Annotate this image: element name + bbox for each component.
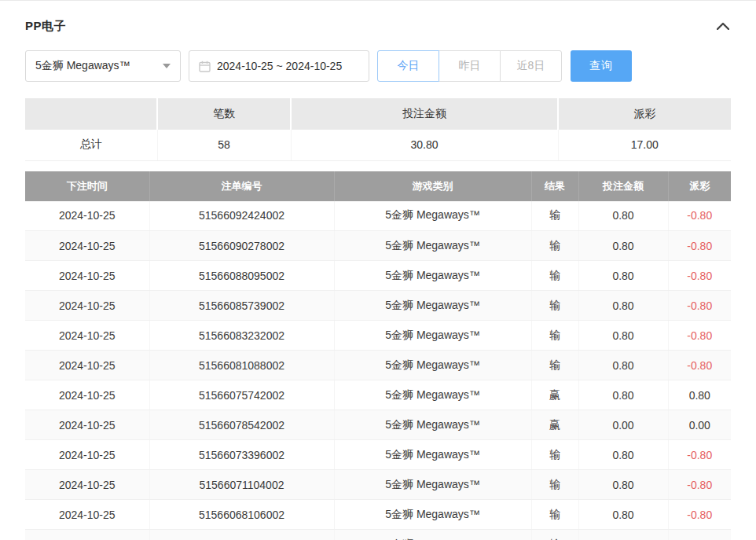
table-row: 2024-10-25 51566088095002 5金狮 Megaways™ … [25,261,731,291]
bet-date: 2024-10-25 [25,380,149,410]
table-row: 2024-10-25 51566065939002 5金狮 Megaways™ … [25,530,731,540]
bet-result: 输 [531,261,578,291]
summary-header-payout: 派彩 [558,98,731,130]
order-id: 51566078542002 [149,410,334,440]
bet-amount: 0.80 [578,261,668,291]
order-id: 51566092424002 [149,201,334,231]
summary-total-count: 58 [157,130,291,160]
game-type: 5金狮 Megaways™ [334,201,531,231]
header-game-type: 游戏类别 [334,171,531,201]
table-row: 2024-10-25 51566081088002 5金狮 Megaways™ … [25,351,731,380]
bet-amount: 0.80 [578,380,668,410]
order-id: 51566065939002 [149,530,334,540]
bet-amount: 0.80 [578,351,668,380]
chevron-up-icon [717,22,729,30]
bet-date: 2024-10-25 [25,410,149,440]
bet-amount: 0.80 [578,291,668,321]
game-type: 5金狮 Megaways™ [334,380,531,410]
game-type: 5金狮 Megaways™ [334,410,531,440]
game-type: 5金狮 Megaways™ [334,231,531,261]
page-title: PP电子 [25,19,66,34]
bet-payout: -0.80 [668,530,731,540]
bet-amount: 0.80 [578,231,668,261]
bet-date: 2024-10-25 [25,440,149,470]
bet-date: 2024-10-25 [25,261,149,291]
collapse-button[interactable] [715,18,731,34]
bet-payout: -0.80 [668,321,731,351]
order-id: 51566075742002 [149,380,334,410]
summary-table: 笔数 投注金额 派彩 总计 58 30.80 17.00 [25,98,731,161]
report-panel: PP电子 5金狮 Megaways™ 2024-10-25 ~ 2024-10-… [0,0,756,540]
summary-header-bet-amount: 投注金额 [291,98,558,130]
last-8-days-button[interactable]: 近8日 [500,50,562,82]
bet-result: 输 [531,440,578,470]
bet-result: 输 [531,470,578,500]
table-row: 2024-10-25 51566071104002 5金狮 Megaways™ … [25,470,731,500]
bet-result: 输 [531,500,578,530]
bet-payout: 0.80 [668,380,731,410]
bet-payout: -0.80 [668,291,731,321]
bet-result: 输 [531,201,578,231]
bet-date: 2024-10-25 [25,291,149,321]
summary-total-label: 总计 [25,130,157,160]
summary-header-row: 笔数 投注金额 派彩 [25,98,731,130]
order-id: 51566085739002 [149,291,334,321]
bet-result: 输 [531,291,578,321]
game-type: 5金狮 Megaways™ [334,261,531,291]
bet-date: 2024-10-25 [25,470,149,500]
quick-range-group: 今日 昨日 近8日 [377,50,562,82]
bet-payout: -0.80 [668,500,731,530]
bet-date: 2024-10-25 [25,231,149,261]
caret-down-icon [163,64,171,68]
bet-amount: 0.80 [578,530,668,540]
game-type: 5金狮 Megaways™ [334,500,531,530]
bet-date: 2024-10-25 [25,201,149,231]
table-row: 2024-10-25 51566083232002 5金狮 Megaways™ … [25,321,731,351]
bet-payout: -0.80 [668,351,731,380]
bets-table: 下注时间 注单编号 游戏类别 结果 投注金额 派彩 2024-10-25 515… [25,171,731,540]
yesterday-button[interactable]: 昨日 [439,50,501,82]
date-range-value: 2024-10-25 ~ 2024-10-25 [217,60,342,72]
bet-payout: -0.80 [668,201,731,231]
bet-result: 输 [531,231,578,261]
header-payout: 派彩 [668,171,731,201]
table-row: 2024-10-25 51566075742002 5金狮 Megaways™ … [25,380,731,410]
header-order-id: 注单编号 [149,171,334,201]
summary-header-blank [25,98,157,130]
summary-total-bet-amount: 30.80 [291,130,558,160]
bet-amount: 0.80 [578,500,668,530]
bet-amount: 0.80 [578,440,668,470]
bet-date: 2024-10-25 [25,500,149,530]
header-bet-amount: 投注金额 [578,171,668,201]
table-row: 2024-10-25 51566092424002 5金狮 Megaways™ … [25,201,731,231]
bet-amount: 0.80 [578,201,668,231]
game-type: 5金狮 Megaways™ [334,530,531,540]
bet-result: 输 [531,321,578,351]
bet-amount: 0.80 [578,470,668,500]
bet-payout: -0.80 [668,261,731,291]
bet-payout: -0.80 [668,440,731,470]
game-select[interactable]: 5金狮 Megaways™ [25,50,181,82]
table-row: 2024-10-25 51566073396002 5金狮 Megaways™ … [25,440,731,470]
order-id: 51566081088002 [149,351,334,380]
bet-payout: -0.80 [668,231,731,261]
search-button[interactable]: 查询 [571,50,632,82]
order-id: 51566073396002 [149,440,334,470]
game-select-value: 5金狮 Megaways™ [35,59,130,73]
date-range-input[interactable]: 2024-10-25 ~ 2024-10-25 [189,50,369,82]
header-result: 结果 [531,171,578,201]
summary-total-row: 总计 58 30.80 17.00 [25,130,731,160]
game-type: 5金狮 Megaways™ [334,470,531,500]
bet-date: 2024-10-25 [25,321,149,351]
order-id: 51566068106002 [149,500,334,530]
bet-result: 输 [531,530,578,540]
table-row: 2024-10-25 51566085739002 5金狮 Megaways™ … [25,291,731,321]
game-type: 5金狮 Megaways™ [334,321,531,351]
bets-table-body: 2024-10-25 51566092424002 5金狮 Megaways™ … [25,201,731,540]
order-id: 51566090278002 [149,231,334,261]
bet-date: 2024-10-25 [25,530,149,540]
today-button[interactable]: 今日 [377,50,439,82]
calendar-icon [199,61,211,72]
bet-payout: 0.00 [668,410,731,440]
bet-date: 2024-10-25 [25,351,149,380]
